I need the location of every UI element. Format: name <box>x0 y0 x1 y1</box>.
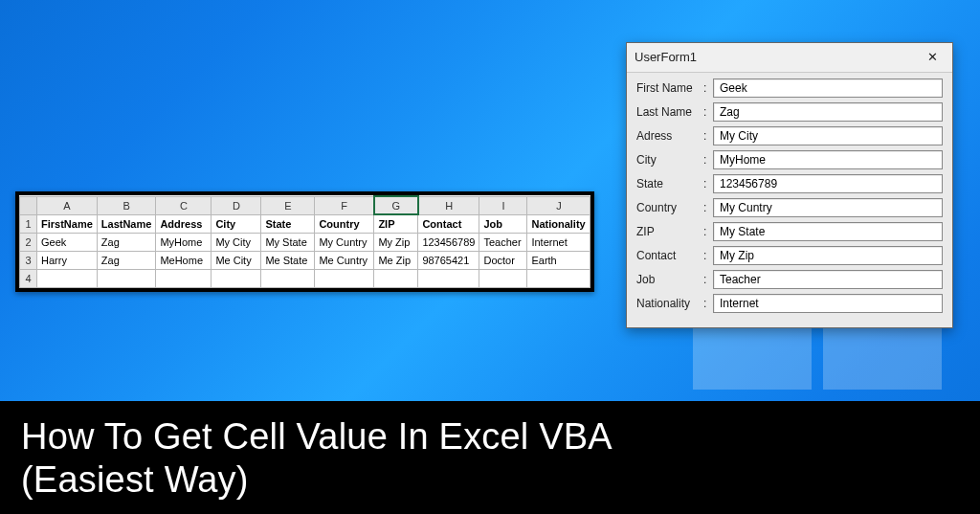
cell[interactable]: Doctor <box>479 252 527 270</box>
col-head-j[interactable]: J <box>527 196 590 214</box>
col-head-d[interactable]: D <box>212 196 261 214</box>
cell[interactable]: Me Zip <box>374 252 418 270</box>
row-head-3[interactable]: 3 <box>20 252 37 270</box>
col-head-g[interactable]: G <box>374 196 418 214</box>
cell[interactable] <box>479 270 527 288</box>
colon: : <box>703 129 713 143</box>
cell[interactable] <box>97 270 156 288</box>
cell[interactable]: Contact <box>418 214 479 234</box>
cell[interactable] <box>261 270 315 288</box>
job-input[interactable] <box>713 270 943 289</box>
cell[interactable] <box>315 270 374 288</box>
cell[interactable]: FirstName <box>37 214 98 234</box>
cell[interactable]: Address <box>156 214 212 234</box>
nationality-input[interactable] <box>713 294 943 313</box>
cell[interactable]: 123456789 <box>418 234 479 252</box>
contact-input[interactable] <box>713 246 943 265</box>
cell[interactable]: LastName <box>97 214 156 234</box>
zip-input[interactable] <box>713 222 943 241</box>
cell[interactable]: Zag <box>97 234 156 252</box>
colon: : <box>703 297 713 310</box>
cell[interactable]: ZIP <box>374 214 418 234</box>
firstname-input[interactable] <box>713 78 943 98</box>
row-head-4[interactable]: 4 <box>20 270 37 288</box>
cell[interactable]: Zag <box>97 252 156 270</box>
cell[interactable]: Geek <box>37 234 98 252</box>
column-header-row: A B C D E F G H I J <box>20 196 590 214</box>
cell[interactable]: Earth <box>527 252 590 270</box>
cell[interactable]: Me State <box>261 252 315 270</box>
caption-line1: How To Get Cell Value In Excel VBA <box>21 415 959 458</box>
colon: : <box>703 153 713 167</box>
cell[interactable]: Me Cuntry <box>315 252 374 270</box>
state-input[interactable] <box>713 174 943 193</box>
cell[interactable]: My State <box>261 234 315 252</box>
cell[interactable] <box>418 270 479 288</box>
colon: : <box>703 273 713 286</box>
field-row-city: City : <box>636 150 943 169</box>
field-label: City <box>636 153 703 167</box>
close-button[interactable]: ✕ <box>920 47 945 66</box>
userform-body: First Name : Last Name : Adress : City :… <box>627 73 952 327</box>
field-label: Contact <box>636 249 703 262</box>
userform-window[interactable]: UserForm1 ✕ First Name : Last Name : Adr… <box>626 42 953 328</box>
field-row-job: Job : <box>636 270 943 289</box>
cell[interactable]: My Cuntry <box>315 234 374 252</box>
city-input[interactable] <box>713 150 943 169</box>
table-row: 4 <box>20 270 590 288</box>
userform-titlebar[interactable]: UserForm1 ✕ <box>627 43 952 73</box>
colon: : <box>703 225 713 238</box>
close-icon: ✕ <box>927 50 938 64</box>
field-row-firstname: First Name : <box>636 78 943 98</box>
cell[interactable]: Internet <box>527 234 590 252</box>
cell[interactable]: Job <box>479 214 527 234</box>
country-input[interactable] <box>713 198 943 217</box>
caption-line2: (Easiest Way) <box>21 458 959 502</box>
row-head-2[interactable]: 2 <box>20 234 37 252</box>
field-label: Nationality <box>636 297 703 310</box>
cell[interactable] <box>374 270 418 288</box>
cell[interactable]: My City <box>212 234 261 252</box>
table-row: 3 Harry Zag MeHome Me City Me State Me C… <box>20 252 590 270</box>
field-row-state: State : <box>636 174 943 193</box>
col-head-c[interactable]: C <box>156 196 212 214</box>
col-head-e[interactable]: E <box>261 196 315 214</box>
col-head-a[interactable]: A <box>37 196 98 214</box>
colon: : <box>703 201 713 214</box>
userform-title: UserForm1 <box>635 50 697 64</box>
row-head-1[interactable]: 1 <box>20 214 37 234</box>
col-head-i[interactable]: I <box>479 196 527 214</box>
field-label: State <box>636 177 703 190</box>
cell[interactable]: MeHome <box>156 252 212 270</box>
cell[interactable]: 98765421 <box>418 252 479 270</box>
field-row-address: Adress : <box>636 126 943 145</box>
cell[interactable] <box>212 270 261 288</box>
col-head-b[interactable]: B <box>97 196 156 214</box>
cell[interactable]: Country <box>315 214 374 234</box>
col-head-h[interactable]: H <box>418 196 479 214</box>
cell[interactable]: City <box>212 214 261 234</box>
col-head-f[interactable]: F <box>315 196 374 214</box>
cell[interactable]: Nationality <box>527 214 590 234</box>
cell[interactable]: My Zip <box>374 234 418 252</box>
field-row-lastname: Last Name : <box>636 102 943 122</box>
cell[interactable]: Me City <box>212 252 261 270</box>
cell[interactable]: MyHome <box>156 234 212 252</box>
table-row: 2 Geek Zag MyHome My City My State My Cu… <box>20 234 590 252</box>
colon: : <box>703 81 713 95</box>
colon: : <box>703 177 713 190</box>
cell[interactable]: Teacher <box>479 234 527 252</box>
address-input[interactable] <box>713 126 943 145</box>
cell[interactable]: State <box>261 214 315 234</box>
field-label: Last Name <box>636 105 703 119</box>
cell[interactable] <box>37 270 98 288</box>
select-all-corner[interactable] <box>20 196 37 214</box>
cell[interactable]: Harry <box>37 252 98 270</box>
spreadsheet-grid[interactable]: A B C D E F G H I J 1 FirstName LastName… <box>19 195 590 288</box>
field-label: Job <box>636 273 703 286</box>
lastname-input[interactable] <box>713 102 943 122</box>
field-label: First Name <box>636 81 703 95</box>
spreadsheet-window[interactable]: A B C D E F G H I J 1 FirstName LastName… <box>15 191 594 292</box>
cell[interactable] <box>527 270 590 288</box>
cell[interactable] <box>156 270 212 288</box>
